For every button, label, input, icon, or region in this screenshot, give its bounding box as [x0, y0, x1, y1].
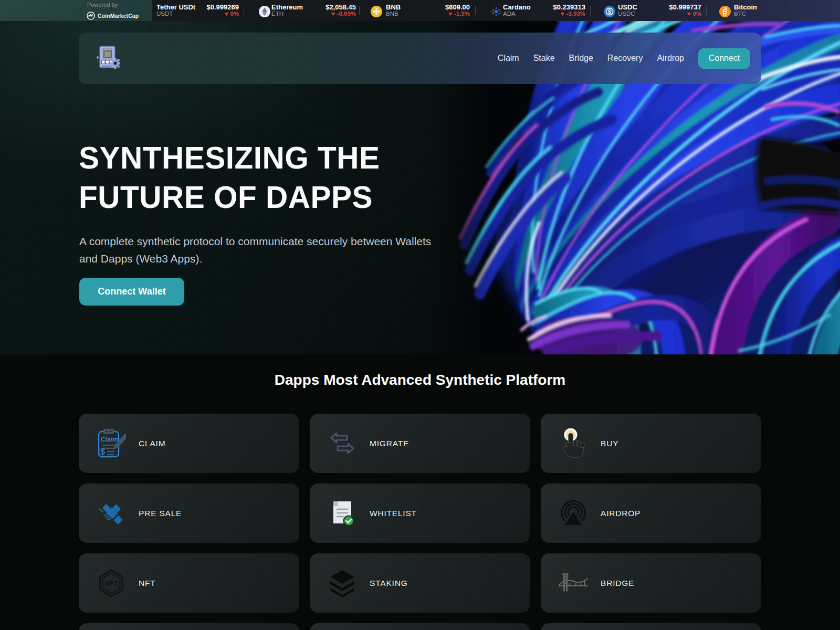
- svg-text:Claim: Claim: [101, 436, 118, 443]
- svg-text:$: $: [608, 8, 611, 15]
- svg-text:NFT: NFT: [105, 580, 118, 587]
- svg-text:$: $: [100, 447, 105, 456]
